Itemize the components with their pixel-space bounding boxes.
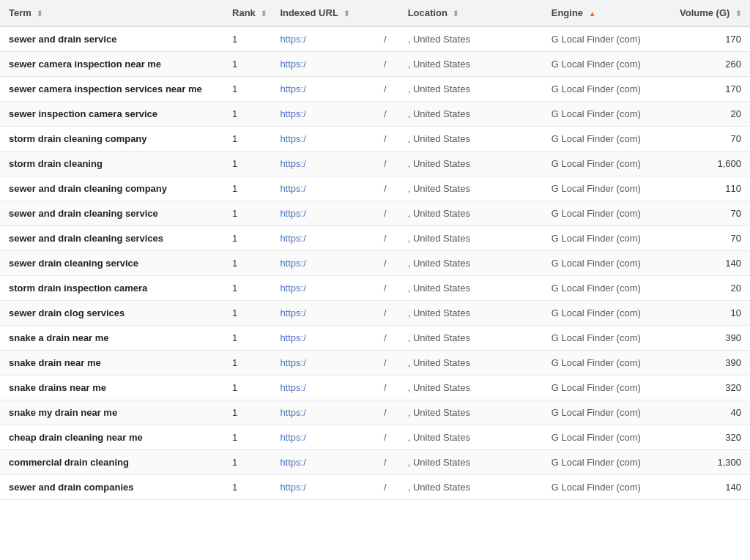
url-link[interactable]: https:/ (280, 83, 305, 94)
cell-url[interactable]: https:/ (271, 376, 375, 400)
col-header-location[interactable]: Location ⇕ (399, 0, 543, 26)
cell-engine: G Local Finder (com) (543, 276, 670, 301)
table-row: sewer and drain cleaning services 1 http… (0, 226, 750, 251)
cell-slash: / (375, 176, 399, 201)
cell-rank: 1 (223, 425, 271, 450)
cell-location: , United States (399, 127, 543, 152)
cell-volume: 70 (670, 127, 750, 152)
url-link[interactable]: https:/ (280, 457, 305, 468)
url-link[interactable]: https:/ (280, 59, 305, 70)
url-link[interactable]: https:/ (280, 407, 305, 418)
cell-url[interactable]: https:/ (271, 127, 375, 152)
cell-url[interactable]: https:/ (271, 450, 375, 475)
cell-location: , United States (399, 226, 543, 251)
url-link[interactable]: https:/ (280, 233, 305, 244)
cell-location: , United States (399, 276, 543, 301)
col-header-rank[interactable]: Rank ⇕ (223, 0, 271, 26)
url-link[interactable]: https:/ (280, 332, 305, 343)
cell-volume: 140 (670, 475, 750, 500)
term-sort-icon: ⇕ (37, 10, 42, 18)
cell-slash: / (375, 425, 399, 450)
cell-term: sewer camera inspection services near me (0, 77, 223, 102)
cell-url[interactable]: https:/ (271, 226, 375, 251)
table-row: sewer camera inspection services near me… (0, 77, 750, 102)
cell-term: cheap drain cleaning near me (0, 425, 223, 450)
cell-url[interactable]: https:/ (271, 400, 375, 425)
cell-volume: 20 (670, 276, 750, 301)
cell-location: , United States (399, 475, 543, 500)
col-header-term[interactable]: Term ⇕ (0, 0, 223, 26)
cell-slash: / (375, 152, 399, 176)
cell-engine: G Local Finder (com) (543, 301, 670, 326)
url-link[interactable]: https:/ (280, 158, 305, 169)
cell-slash: / (375, 301, 399, 326)
url-link[interactable]: https:/ (280, 208, 305, 219)
cell-url[interactable]: https:/ (271, 52, 375, 77)
cell-volume: 320 (670, 376, 750, 400)
cell-location: , United States (399, 425, 543, 450)
cell-term: snake drains near me (0, 376, 223, 400)
cell-slash: / (375, 475, 399, 500)
url-link[interactable]: https:/ (280, 482, 305, 493)
main-table-container: Term ⇕ Rank ⇕ Indexed URL ⇕ Location ⇕ (0, 0, 750, 500)
cell-slash: / (375, 450, 399, 475)
cell-url[interactable]: https:/ (271, 176, 375, 201)
cell-url[interactable]: https:/ (271, 351, 375, 376)
url-link[interactable]: https:/ (280, 34, 305, 45)
cell-slash: / (375, 326, 399, 351)
url-link[interactable]: https:/ (280, 133, 305, 144)
url-link[interactable]: https:/ (280, 307, 305, 318)
url-link[interactable]: https:/ (280, 432, 305, 443)
cell-location: , United States (399, 251, 543, 276)
cell-rank: 1 (223, 400, 271, 425)
url-link[interactable]: https:/ (280, 108, 305, 119)
col-header-engine[interactable]: Engine ▲ (543, 0, 670, 26)
cell-url[interactable]: https:/ (271, 425, 375, 450)
col-header-indexed-url[interactable]: Indexed URL ⇕ (271, 0, 375, 26)
cell-url[interactable]: https:/ (271, 152, 375, 176)
url-link[interactable]: https:/ (280, 382, 305, 393)
cell-location: , United States (399, 102, 543, 127)
volume-sort-icon: ⇕ (735, 10, 741, 18)
url-link[interactable]: https:/ (280, 183, 305, 194)
url-link[interactable]: https:/ (280, 357, 305, 368)
cell-volume: 170 (670, 26, 750, 52)
url-link[interactable]: https:/ (280, 258, 305, 269)
cell-volume: 390 (670, 326, 750, 351)
cell-rank: 1 (223, 301, 271, 326)
table-row: sewer and drain service 1 https:/ / , Un… (0, 26, 750, 52)
cell-rank: 1 (223, 201, 271, 226)
col-header-volume[interactable]: Volume (G) ⇕ (670, 0, 750, 26)
table-row: snake a drain near me 1 https:/ / , Unit… (0, 326, 750, 351)
cell-rank: 1 (223, 450, 271, 475)
cell-term: snake my drain near me (0, 400, 223, 425)
url-link[interactable]: https:/ (280, 283, 305, 294)
cell-url[interactable]: https:/ (271, 276, 375, 301)
cell-volume: 10 (670, 301, 750, 326)
cell-engine: G Local Finder (com) (543, 351, 670, 376)
cell-rank: 1 (223, 276, 271, 301)
cell-engine: G Local Finder (com) (543, 425, 670, 450)
cell-volume: 70 (670, 226, 750, 251)
cell-location: , United States (399, 301, 543, 326)
cell-url[interactable]: https:/ (271, 326, 375, 351)
cell-term: storm drain cleaning company (0, 127, 223, 152)
cell-url[interactable]: https:/ (271, 77, 375, 102)
cell-rank: 1 (223, 152, 271, 176)
table-row: storm drain inspection camera 1 https:/ … (0, 276, 750, 301)
cell-location: , United States (399, 77, 543, 102)
col-header-location-label: Location (408, 7, 448, 18)
cell-location: , United States (399, 26, 543, 52)
cell-url[interactable]: https:/ (271, 26, 375, 52)
table-row: snake my drain near me 1 https:/ / , Uni… (0, 400, 750, 425)
cell-url[interactable]: https:/ (271, 301, 375, 326)
cell-url[interactable]: https:/ (271, 201, 375, 226)
cell-url[interactable]: https:/ (271, 102, 375, 127)
cell-volume: 260 (670, 52, 750, 77)
cell-rank: 1 (223, 351, 271, 376)
cell-url[interactable]: https:/ (271, 475, 375, 500)
cell-engine: G Local Finder (com) (543, 77, 670, 102)
cell-slash: / (375, 351, 399, 376)
cell-url[interactable]: https:/ (271, 251, 375, 276)
cell-term: storm drain cleaning (0, 152, 223, 176)
